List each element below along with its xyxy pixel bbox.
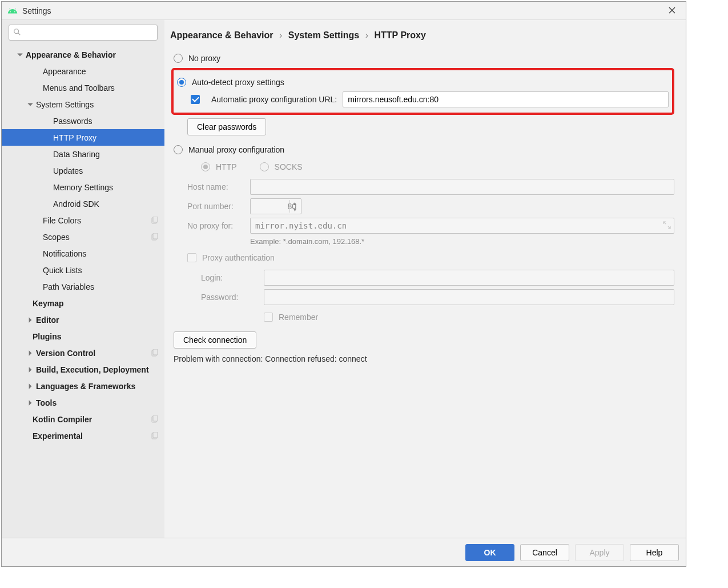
login-row: Login: [201, 270, 674, 286]
close-icon [669, 7, 675, 14]
radio-icon [174, 145, 183, 154]
tree-item-keymap[interactable]: Keymap [2, 295, 164, 311]
tree-item-kotlin-compiler[interactable]: Kotlin Compiler [2, 411, 164, 427]
remember-label: Remember [279, 313, 318, 322]
tree-item-label: Experimental [33, 431, 83, 441]
radio-auto-detect[interactable]: Auto-detect proxy settings [177, 74, 669, 91]
tree-item-data-sharing[interactable]: Data Sharing [2, 146, 164, 162]
tree-item-http-proxy[interactable]: HTTP Proxy [2, 129, 164, 146]
radio-http[interactable]: HTTP [201, 162, 237, 171]
tree-item-appearance-behavior[interactable]: Appearance & Behavior [2, 46, 164, 63]
tree-item-file-colors[interactable]: File Colors [2, 212, 164, 229]
close-button[interactable] [664, 6, 680, 16]
tree-item-system-settings[interactable]: System Settings [2, 96, 164, 113]
tree-item-build-execution-deployment[interactable]: Build, Execution, Deployment [2, 361, 164, 378]
noproxyfor-label: No proxy for: [187, 221, 250, 230]
noproxyfor-row: No proxy for: [187, 218, 674, 234]
tree-item-scopes[interactable]: Scopes [2, 229, 164, 245]
window-title: Settings [22, 6, 664, 15]
noproxyfor-input[interactable] [250, 218, 674, 234]
host-input[interactable] [250, 179, 674, 195]
tree-item-path-variables[interactable]: Path Variables [2, 278, 164, 295]
expand-icon[interactable] [663, 221, 671, 229]
port-spinner[interactable]: ▲▼ [250, 198, 301, 214]
tree-item-updates[interactable]: Updates [2, 162, 164, 179]
search-icon [13, 28, 21, 36]
radio-socks[interactable]: SOCKS [260, 162, 303, 171]
help-button[interactable]: Help [630, 544, 679, 561]
tree-item-label: HTTP Proxy [53, 133, 96, 142]
breadcrumb-b[interactable]: System Settings [288, 30, 359, 40]
breadcrumb-a[interactable]: Appearance & Behavior [170, 30, 273, 40]
tree-item-quick-lists[interactable]: Quick Lists [2, 262, 164, 278]
tree-item-android-sdk[interactable]: Android SDK [2, 195, 164, 212]
tree-item-passwords[interactable]: Passwords [2, 113, 164, 129]
tree-item-label: Quick Lists [43, 266, 82, 275]
chevron-right-icon [27, 317, 34, 323]
tree-item-label: Scopes [43, 233, 70, 242]
tree-item-label: Appearance & Behavior [26, 50, 116, 59]
tree-item-tools[interactable]: Tools [2, 394, 164, 411]
check-connection-button[interactable]: Check connection [174, 331, 256, 349]
tree-item-appearance[interactable]: Appearance [2, 63, 164, 79]
password-input[interactable] [264, 289, 674, 305]
tree-item-label: Updates [53, 166, 83, 175]
apply-button[interactable]: Apply [575, 544, 624, 561]
tree-item-experimental[interactable]: Experimental [2, 427, 164, 444]
auto-detect-label: Auto-detect proxy settings [192, 78, 284, 87]
tree-item-label: Version Control [36, 349, 95, 358]
cancel-button[interactable]: Cancel [520, 544, 569, 561]
tree-item-plugins[interactable]: Plugins [2, 328, 164, 345]
socks-label: SOCKS [275, 162, 303, 171]
tree-item-menus-and-toolbars[interactable]: Menus and Toolbars [2, 79, 164, 96]
project-level-icon [151, 415, 159, 423]
project-level-icon [151, 432, 159, 440]
svg-rect-6 [153, 349, 158, 355]
tree-item-version-control[interactable]: Version Control [2, 345, 164, 361]
tree-item-editor[interactable]: Editor [2, 311, 164, 328]
login-input[interactable] [264, 270, 674, 286]
svg-rect-10 [153, 432, 158, 438]
tree-item-label: Android SDK [53, 199, 99, 209]
main-panel: Appearance & Behavior › System Settings … [164, 20, 686, 538]
protocol-row: HTTP SOCKS [174, 158, 674, 175]
remember-checkbox [264, 313, 273, 322]
ok-button[interactable]: OK [465, 544, 514, 561]
radio-no-proxy[interactable]: No proxy [174, 50, 674, 67]
breadcrumb-sep: › [365, 30, 368, 40]
search-input[interactable] [9, 25, 158, 41]
svg-rect-8 [153, 415, 158, 421]
project-level-icon [151, 233, 159, 241]
chevron-right-icon [27, 383, 34, 390]
password-row: Password: [201, 289, 674, 305]
auto-url-input[interactable] [343, 91, 669, 107]
svg-point-0 [14, 29, 19, 34]
login-label: Login: [201, 273, 264, 282]
connection-status: Problem with connection: Connection refu… [174, 354, 674, 363]
auth-checkbox [187, 253, 196, 262]
proxy-auth-row[interactable]: Proxy authentication [174, 249, 674, 266]
tree-item-label: Editor [36, 315, 59, 325]
auto-detect-highlight: Auto-detect proxy settings Automatic pro… [171, 68, 674, 115]
tree-item-label: Build, Execution, Deployment [36, 365, 149, 374]
stepper-buttons[interactable]: ▲▼ [289, 200, 300, 213]
tree-item-label: Appearance [43, 67, 86, 76]
tree-item-notifications[interactable]: Notifications [2, 245, 164, 262]
project-level-icon [151, 217, 159, 225]
noproxyfor-hint: Example: *.domain.com, 192.168.* [250, 237, 674, 246]
clear-passwords-button[interactable]: Clear passwords [187, 118, 266, 135]
breadcrumb: Appearance & Behavior › System Settings … [170, 28, 674, 50]
chevron-right-icon [27, 350, 34, 357]
password-label: Password: [201, 293, 264, 302]
chevron-right-icon [27, 366, 34, 373]
auto-url-checkbox[interactable] [191, 95, 200, 104]
tree-item-languages-frameworks[interactable]: Languages & Frameworks [2, 378, 164, 394]
chevron-up-icon: ▲ [290, 200, 300, 206]
tree-item-memory-settings[interactable]: Memory Settings [2, 179, 164, 195]
radio-manual[interactable]: Manual proxy configuration [174, 141, 674, 158]
tree-item-label: Passwords [53, 117, 92, 126]
port-label: Port number: [187, 202, 250, 211]
remember-row[interactable]: Remember [264, 309, 674, 326]
auth-label: Proxy authentication [202, 253, 275, 262]
host-label: Host name: [187, 182, 250, 191]
